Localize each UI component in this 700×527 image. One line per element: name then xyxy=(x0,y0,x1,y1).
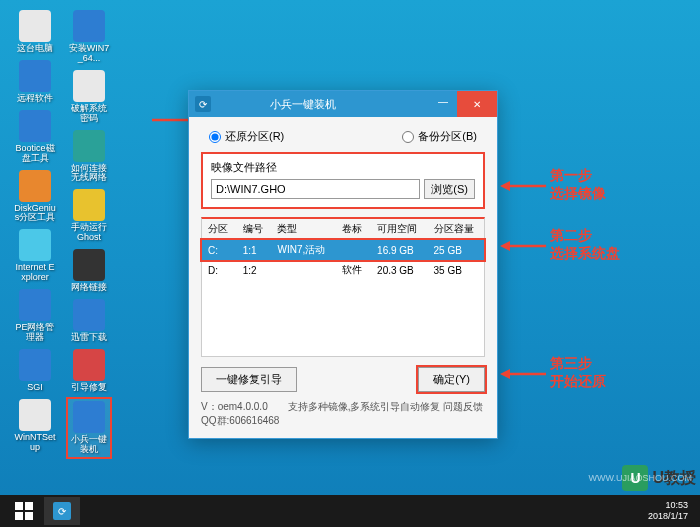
desktop-icon-internet-explorer[interactable]: Internet Explorer xyxy=(12,227,58,285)
browse-button[interactable]: 浏览(S) xyxy=(424,179,475,199)
svg-rect-11 xyxy=(25,512,33,520)
col-header[interactable]: 编号 xyxy=(237,219,272,240)
svg-marker-3 xyxy=(500,181,510,191)
this-pc-icon xyxy=(19,10,51,42)
desktop-icon-install[interactable]: 安装WIN7_64... xyxy=(66,8,112,66)
restore-partition-radio[interactable]: 还原分区(R) xyxy=(209,129,284,144)
remote-software-icon xyxy=(19,60,51,92)
ghost-manual-icon xyxy=(73,189,105,221)
taskbar-app-installer[interactable]: ⟳ xyxy=(44,497,80,525)
window-title: 小兵一键装机 xyxy=(217,97,389,112)
system-tray[interactable]: 10:53 2018/1/17 xyxy=(648,500,694,522)
image-path-section: 映像文件路径 浏览(S) xyxy=(201,152,485,209)
close-button[interactable]: ✕ xyxy=(457,91,497,117)
desktop-icon-diskgenius[interactable]: DiskGenius分区工具 xyxy=(12,168,58,226)
partition-table: 分区编号类型卷标可用空间分区容量 C:1:1WIN7,活动16.9 GB25 G… xyxy=(201,217,485,357)
annotation-step2: 第二步 选择系统盘 xyxy=(550,226,620,262)
diskgenius-icon xyxy=(19,170,51,202)
xunlei-icon xyxy=(73,299,105,331)
crack-password-icon xyxy=(73,70,105,102)
arrow-step3 xyxy=(498,366,548,382)
svg-rect-9 xyxy=(25,502,33,510)
col-header[interactable]: 分区 xyxy=(202,219,237,240)
partition-row[interactable]: D:1:2软件20.3 GB35 GB xyxy=(202,260,484,280)
col-header[interactable]: 可用空间 xyxy=(371,219,427,240)
status-bar: V：oem4.0.0.0 支持多种镜像,多系统引导自动修复 问题反馈QQ群:60… xyxy=(201,398,485,430)
sgi-icon xyxy=(19,349,51,381)
desktop-icon-sgi[interactable]: SGI xyxy=(12,347,58,395)
titlebar[interactable]: ⟳ 小兵一键装机 — ✕ xyxy=(189,91,497,117)
col-header[interactable]: 分区容量 xyxy=(428,219,484,240)
tray-time: 10:53 xyxy=(648,500,688,511)
desktop-icon-network-links[interactable]: 网络链接 xyxy=(66,247,112,295)
bootice-disk-icon xyxy=(19,110,51,142)
install-icon xyxy=(73,10,105,42)
pe-network-manager-icon xyxy=(19,289,51,321)
svg-rect-8 xyxy=(15,502,23,510)
desktop-icon-wireless-connect[interactable]: 如何连接无线网络 xyxy=(66,128,112,186)
desktop-icon-xiaobing-installer[interactable]: 小兵一键装机 xyxy=(66,397,112,459)
desktop-icon-boot-repair[interactable]: 引导修复 xyxy=(66,347,112,395)
window-body: 还原分区(R) 备份分区(B) 映像文件路径 浏览(S) 分区编号类型卷标可用空… xyxy=(189,117,497,438)
boot-repair-icon xyxy=(73,349,105,381)
backup-partition-radio[interactable]: 备份分区(B) xyxy=(402,129,477,144)
installer-window: ⟳ 小兵一键装机 — ✕ 还原分区(R) 备份分区(B) 映像文件路径 浏览(S… xyxy=(188,90,498,439)
image-path-label: 映像文件路径 xyxy=(211,160,475,175)
annotation-step1: 第一步 选择镜像 xyxy=(550,166,606,202)
desktop-icon-ghost-manual[interactable]: 手动运行Ghost xyxy=(66,187,112,245)
svg-rect-10 xyxy=(15,512,23,520)
partition-row[interactable]: C:1:1WIN7,活动16.9 GB25 GB xyxy=(202,240,484,261)
internet-explorer-icon xyxy=(19,229,51,261)
watermark-url: WWW.UJIAOSHOU.COM xyxy=(589,473,693,483)
image-path-input[interactable] xyxy=(211,179,420,199)
xiaobing-installer-icon xyxy=(73,401,105,433)
taskbar: ⟳ 10:53 2018/1/17 xyxy=(0,495,700,527)
desktop-icon-xunlei[interactable]: 迅雷下载 xyxy=(66,297,112,345)
network-links-icon xyxy=(73,249,105,281)
desktop-icon-bootice-disk[interactable]: Bootice磁盘工具 xyxy=(12,108,58,166)
desktop-icon-pe-network-manager[interactable]: PE网络管理器 xyxy=(12,287,58,345)
winntsetup-icon xyxy=(19,399,51,431)
arrow-step1 xyxy=(498,178,548,194)
wireless-connect-icon xyxy=(73,130,105,162)
tray-date: 2018/1/17 xyxy=(648,511,688,522)
desktop-icon-crack-password[interactable]: 破解系统密码 xyxy=(66,68,112,126)
desktop-icon-winntsetup[interactable]: WinNTSetup xyxy=(12,397,58,455)
desktop-icon-this-pc[interactable]: 这台电脑 xyxy=(12,8,58,56)
svg-marker-7 xyxy=(500,369,510,379)
start-button[interactable] xyxy=(6,497,42,525)
app-icon: ⟳ xyxy=(195,96,211,112)
minimize-button[interactable]: — xyxy=(429,91,457,111)
col-header[interactable]: 类型 xyxy=(271,219,336,240)
desktop-icon-remote-software[interactable]: 远程软件 xyxy=(12,58,58,106)
annotation-step3: 第三步 开始还原 xyxy=(550,354,606,390)
repair-boot-button[interactable]: 一键修复引导 xyxy=(201,367,297,392)
svg-marker-5 xyxy=(500,241,510,251)
ok-button[interactable]: 确定(Y) xyxy=(418,367,485,392)
arrow-step2 xyxy=(498,238,548,254)
col-header[interactable]: 卷标 xyxy=(336,219,371,240)
